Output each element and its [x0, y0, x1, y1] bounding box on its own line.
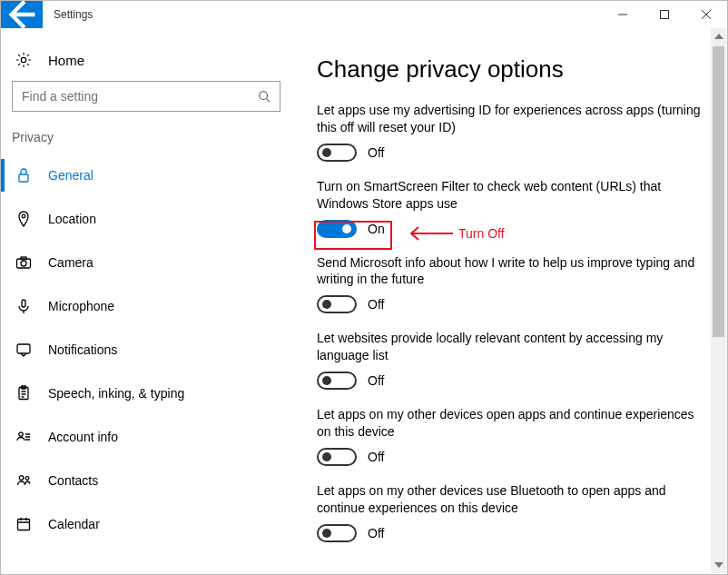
setting-language-list: Let websites provide locally relevant co…	[317, 330, 707, 390]
scroll-thumb[interactable]	[713, 46, 724, 337]
sidebar-item-calendar[interactable]: Calendar	[1, 502, 280, 546]
sidebar-item-label: Account info	[48, 430, 118, 444]
sidebar-item-account[interactable]: Account info	[1, 415, 280, 459]
sidebar-item-label: General	[48, 168, 93, 183]
svg-rect-3	[19, 174, 28, 182]
setting-label: Turn on SmartScreen Filter to check web …	[317, 178, 707, 213]
sidebar-item-label: Speech, inking, & typing	[48, 386, 184, 401]
back-button[interactable]	[1, 1, 43, 28]
chevron-up-icon	[714, 34, 723, 39]
toggle-smartscreen[interactable]	[317, 220, 357, 238]
sidebar-item-label: Notifications	[48, 342, 117, 357]
home-link[interactable]: Home	[12, 46, 280, 81]
search-input[interactable]	[22, 89, 258, 104]
svg-point-4	[22, 214, 25, 218]
svg-rect-8	[22, 300, 25, 307]
svg-point-6	[21, 261, 26, 266]
close-icon	[702, 10, 711, 19]
notification-icon	[15, 342, 32, 358]
close-button[interactable]	[685, 1, 727, 28]
toggle-language-list[interactable]	[317, 372, 357, 390]
lock-icon	[15, 167, 32, 183]
sidebar-item-label: Calendar	[48, 517, 100, 531]
svg-rect-9	[17, 344, 30, 353]
nav-list: General Location Camera Microphone Notif…	[1, 154, 280, 546]
toggle-state-label: Off	[368, 373, 384, 388]
setting-label: Let apps on my other devices open apps a…	[317, 406, 707, 441]
setting-other-devices-apps: Let apps on my other devices open apps a…	[317, 406, 707, 466]
main-panel: Change privacy options Let apps use my a…	[291, 28, 727, 574]
sidebar-item-label: Microphone	[48, 299, 114, 313]
svg-rect-0	[661, 11, 669, 19]
toggle-state-label: Off	[368, 297, 384, 312]
scroll-up-button[interactable]	[711, 28, 726, 45]
content-area: Home Privacy General Location Camera Mic…	[1, 28, 727, 574]
sidebar: Home Privacy General Location Camera Mic…	[1, 28, 291, 574]
sidebar-item-label: Contacts	[48, 473, 98, 488]
sidebar-item-location[interactable]: Location	[1, 197, 280, 241]
toggle-state-label: On	[368, 222, 385, 236]
setting-bluetooth-devices: Let apps on my other devices use Bluetoo…	[317, 482, 707, 542]
svg-point-2	[260, 92, 268, 100]
svg-rect-7	[21, 257, 26, 260]
toggle-state-label: Off	[368, 450, 384, 464]
setting-label: Let apps use my advertising ID for exper…	[317, 102, 707, 136]
sidebar-category: Privacy	[12, 128, 280, 154]
sidebar-item-general[interactable]: General	[1, 154, 280, 197]
sidebar-item-notifications[interactable]: Notifications	[1, 328, 280, 372]
maximize-button[interactable]	[644, 1, 685, 28]
microphone-icon	[15, 298, 32, 314]
sidebar-item-contacts[interactable]: Contacts	[1, 459, 280, 502]
chevron-down-icon	[714, 562, 723, 568]
search-box[interactable]	[12, 81, 280, 112]
toggle-state-label: Off	[368, 145, 384, 160]
sidebar-item-label: Camera	[48, 255, 93, 270]
vertical-scrollbar[interactable]	[711, 28, 726, 573]
toggle-state-label: Off	[368, 526, 384, 540]
calendar-icon	[15, 516, 32, 532]
toggle-typing-info[interactable]	[317, 295, 357, 313]
sidebar-item-camera[interactable]: Camera	[1, 241, 280, 284]
svg-point-14	[25, 477, 29, 481]
maximize-icon	[660, 10, 669, 19]
toggle-other-devices-apps[interactable]	[317, 448, 357, 466]
setting-label: Let websites provide locally relevant co…	[317, 330, 707, 364]
location-icon	[15, 211, 32, 227]
svg-point-13	[19, 476, 24, 481]
toggle-bluetooth-devices[interactable]	[317, 524, 357, 542]
setting-label: Send Microsoft info about how I write to…	[317, 254, 707, 289]
window-controls	[602, 1, 727, 28]
title-bar: Settings	[1, 1, 727, 28]
setting-advertising-id: Let apps use my advertising ID for exper…	[317, 102, 707, 162]
svg-point-12	[19, 432, 23, 436]
scroll-down-button[interactable]	[711, 557, 726, 573]
page-title: Change privacy options	[317, 55, 709, 84]
svg-rect-15	[18, 520, 30, 530]
gear-icon	[15, 52, 32, 68]
contacts-icon	[15, 472, 32, 489]
setting-label: Let apps on my other devices use Bluetoo…	[317, 482, 707, 517]
account-icon	[15, 429, 32, 445]
minimize-button[interactable]	[602, 1, 644, 28]
sidebar-item-speech[interactable]: Speech, inking, & typing	[1, 372, 280, 415]
sidebar-item-microphone[interactable]: Microphone	[1, 284, 280, 328]
svg-point-1	[21, 57, 25, 62]
sidebar-item-label: Location	[48, 212, 96, 226]
setting-typing-info: Send Microsoft info about how I write to…	[317, 254, 707, 314]
camera-icon	[15, 254, 32, 271]
home-label: Home	[48, 53, 84, 68]
window-title: Settings	[43, 1, 602, 28]
clipboard-icon	[15, 385, 32, 402]
search-icon	[258, 90, 271, 103]
minimize-icon	[618, 10, 627, 19]
toggle-advertising-id[interactable]	[317, 144, 357, 162]
setting-smartscreen: Turn on SmartScreen Filter to check web …	[317, 178, 707, 238]
